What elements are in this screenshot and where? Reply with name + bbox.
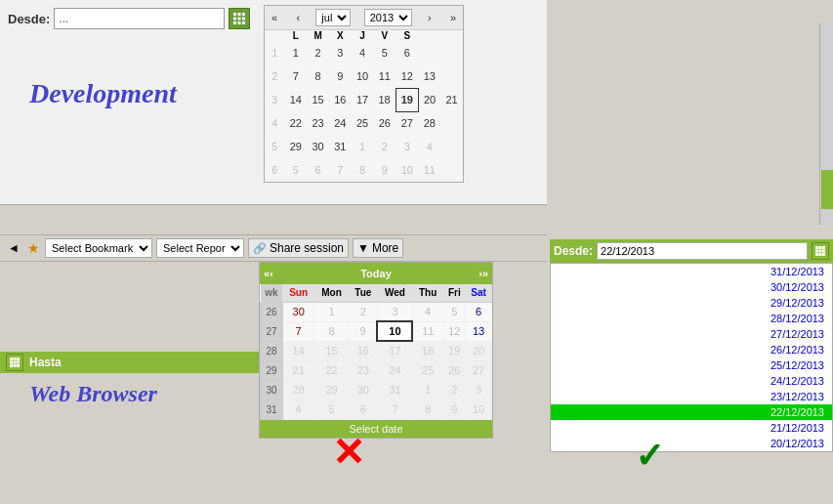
cal-day[interactable]: 23	[307, 111, 329, 135]
cal-month-top[interactable]: jul	[315, 9, 351, 26]
cal-day other-month[interactable]: 1	[352, 135, 374, 158]
cal-day[interactable]: 19	[443, 341, 466, 360]
cal-day[interactable]: 15	[314, 341, 349, 360]
cal-day[interactable]: 24	[329, 111, 352, 135]
select-report[interactable]: Select Report	[156, 238, 244, 258]
cal-day[interactable]: 12	[396, 64, 418, 88]
cal-day[interactable]: 29	[284, 135, 307, 158]
scroll-thumb[interactable]	[821, 170, 833, 209]
cal-day[interactable]: 1	[284, 41, 307, 64]
select-date-btn[interactable]: Select date	[260, 420, 492, 438]
cal-day[interactable]: 4	[412, 302, 442, 321]
cal-next-top[interactable]: ›	[425, 10, 435, 25]
cal-day[interactable]: 6	[349, 399, 377, 419]
cal-day[interactable]: 10	[466, 399, 492, 419]
date-item[interactable]: 23/12/2013	[551, 389, 832, 404]
cal-day[interactable]: 17	[377, 341, 412, 360]
cal-day[interactable]: 2	[349, 302, 377, 321]
grid-icon-top[interactable]	[229, 8, 250, 29]
arrow-left-icon[interactable]: ◄	[6, 240, 21, 256]
more-btn[interactable]: ▼ More	[353, 238, 403, 258]
cal-day[interactable]: 6	[396, 41, 418, 64]
desde-input-right[interactable]	[597, 242, 808, 260]
hasta-arrow-btn[interactable]	[6, 354, 23, 371]
cal-day[interactable]: 3	[466, 380, 492, 399]
cal-day other-month[interactable]: 7	[329, 158, 352, 182]
cal-next-next-top[interactable]: »	[447, 10, 459, 25]
cal-day[interactable]: 5	[373, 41, 396, 64]
cal-day[interactable]: 7	[284, 64, 307, 88]
cal-day-selected[interactable]: 10	[377, 321, 412, 341]
cal-day other-month[interactable]: 10	[396, 158, 418, 182]
desde-input-top[interactable]	[54, 8, 225, 29]
date-item[interactable]: 28/12/2013	[551, 311, 832, 326]
cal-day[interactable]: 26	[443, 360, 466, 380]
cal-day[interactable]: 31	[377, 380, 412, 399]
cal-day today[interactable]: 19	[396, 88, 418, 111]
date-item[interactable]: 21/12/2013	[551, 420, 832, 436]
date-item[interactable]: 22/12/2013	[551, 404, 832, 420]
date-item[interactable]: 26/12/2013	[551, 342, 832, 357]
cal-day[interactable]: 5	[443, 302, 466, 321]
share-session-btn[interactable]: 🔗 Share session	[248, 238, 349, 258]
cal-year-top[interactable]: 2013	[364, 9, 412, 26]
cal-day[interactable]: 26	[373, 111, 396, 135]
cal-day[interactable]: 18	[412, 341, 442, 360]
cal-day[interactable]: 9	[329, 64, 352, 88]
cal-day[interactable]: 12	[443, 321, 466, 341]
cal-bottom-next-next[interactable]: »	[482, 268, 488, 279]
cal-day other-month[interactable]: 9	[373, 158, 396, 182]
cal-day[interactable]: 25	[412, 360, 442, 380]
cal-day[interactable]: 16	[329, 88, 352, 111]
cal-day[interactable]: 10	[352, 64, 374, 88]
cal-day[interactable]: 27	[466, 360, 492, 380]
date-item[interactable]: 31/12/2013	[551, 264, 832, 279]
date-item[interactable]: 30/12/2013	[551, 279, 832, 295]
cal-day[interactable]: 3	[377, 302, 412, 321]
cal-day[interactable]: 21	[440, 88, 463, 111]
cal-day[interactable]: 20	[466, 341, 492, 360]
cal-prev-top[interactable]: ‹	[293, 10, 303, 25]
cal-day[interactable]: 2	[443, 380, 466, 399]
cal-day[interactable]: 11	[412, 321, 442, 341]
cal-day[interactable]: 6	[466, 302, 492, 321]
cal-day other-month[interactable]: 5	[284, 158, 307, 182]
scrollbar[interactable]	[819, 23, 833, 225]
cal-day[interactable]: 7	[282, 321, 313, 341]
cal-day other-month[interactable]: 8	[352, 158, 374, 182]
select-bookmark[interactable]: Select Bookmark	[45, 238, 152, 258]
cal-day[interactable]: 13	[466, 321, 492, 341]
cal-day[interactable]: 5	[314, 399, 349, 419]
cal-day[interactable]: 21	[282, 360, 313, 380]
cal-day[interactable]: 30	[349, 380, 377, 399]
cal-day[interactable]: 20	[418, 88, 440, 111]
cal-day[interactable]: 31	[329, 135, 352, 158]
cal-day[interactable]: 14	[282, 341, 313, 360]
cal-day[interactable]: 17	[352, 88, 374, 111]
cal-day[interactable]: 8	[307, 64, 329, 88]
cal-day[interactable]: 25	[352, 111, 374, 135]
cal-day[interactable]: 30	[307, 135, 329, 158]
date-item[interactable]: 24/12/2013	[551, 373, 832, 389]
star-icon[interactable]: ★	[25, 240, 41, 256]
cal-today-label[interactable]: Today	[273, 268, 479, 279]
date-item[interactable]: 20/12/2013	[551, 436, 832, 451]
cal-day[interactable]: 23	[349, 360, 377, 380]
cal-day[interactable]: 1	[314, 302, 349, 321]
cal-day[interactable]: 7	[377, 399, 412, 419]
cal-day other-month[interactable]: 3	[396, 135, 418, 158]
cal-day[interactable]: 16	[349, 341, 377, 360]
date-item[interactable]: 29/12/2013	[551, 295, 832, 311]
cal-day[interactable]: 4	[282, 399, 313, 419]
cal-day[interactable]: 11	[373, 64, 396, 88]
cal-day[interactable]: 14	[284, 88, 307, 111]
date-item[interactable]: 25/12/2013	[551, 357, 832, 373]
cal-day[interactable]: 22	[284, 111, 307, 135]
cal-day[interactable]: 15	[307, 88, 329, 111]
cal-day[interactable]: 29	[314, 380, 349, 399]
cal-day[interactable]: 1	[412, 380, 442, 399]
cal-day other-month[interactable]: 11	[418, 158, 440, 182]
cal-day other-month[interactable]: 4	[418, 135, 440, 158]
cal-day[interactable]: 13	[418, 64, 440, 88]
cal-day[interactable]: 9	[349, 321, 377, 341]
